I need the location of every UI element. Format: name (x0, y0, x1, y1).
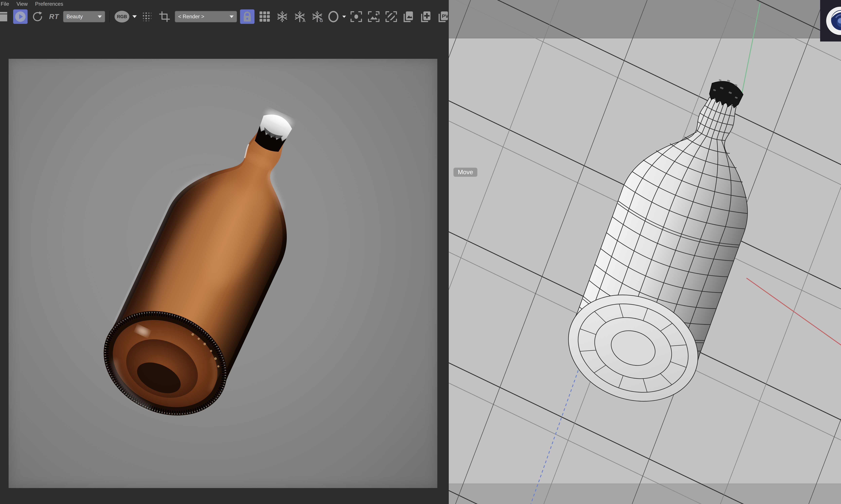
beer-bottle-render (8, 59, 437, 488)
plugin-logo-panel (820, 0, 841, 41)
compare-snapshot-button[interactable] (327, 10, 339, 24)
render-region-button[interactable] (366, 10, 381, 24)
render-target-value: < Render > (178, 14, 204, 20)
render-toolbar: RT Beauty RGB (0, 8, 449, 25)
refresh-render-button[interactable] (31, 10, 45, 24)
play-icon (15, 11, 26, 22)
image-stack-icon (403, 11, 415, 22)
snowflake-a-icon: A (294, 11, 306, 22)
grid-3x3-icon (259, 11, 270, 22)
ab-compare-button[interactable] (384, 10, 398, 24)
realtime-toggle[interactable]: RT (49, 13, 59, 21)
crop-region-button[interactable] (157, 10, 172, 24)
render-pass-dropdown[interactable]: Beauty (63, 11, 105, 22)
crop-icon (159, 11, 170, 22)
focus-region-button[interactable] (349, 10, 363, 24)
viewport-band-bottom (449, 484, 841, 504)
snapshot-button[interactable] (275, 10, 290, 24)
move-tooltip: Move (453, 168, 477, 177)
compare-dropdown-arrow[interactable] (342, 16, 346, 18)
render-history-button[interactable] (0, 10, 10, 24)
channel-rgb-button[interactable]: RGB (115, 11, 130, 23)
channel-dropdown-arrow[interactable] (132, 15, 137, 18)
lock-view-button[interactable] (240, 10, 255, 24)
save-image-button[interactable] (401, 10, 416, 24)
render-pass-value: Beauty (66, 14, 83, 20)
focus-brackets-icon (350, 11, 362, 22)
menu-bar: File View Preferences (0, 0, 449, 8)
toolbar-separator (109, 11, 110, 22)
snowflake-g-icon: G (311, 11, 323, 22)
snapshot-a-label: A (303, 18, 306, 22)
viewport-3d[interactable]: Move (449, 0, 841, 504)
stripes-region-icon (385, 11, 397, 22)
start-render-button[interactable] (13, 10, 28, 24)
rgb-icon: RGB (115, 11, 130, 22)
render-target-dropdown[interactable]: < Render > (175, 11, 237, 22)
add-stack-icon (420, 11, 432, 22)
menu-file[interactable]: File (1, 0, 9, 8)
lock-icon (242, 11, 253, 22)
viewport-canvas (449, 0, 841, 504)
region-image-icon (368, 11, 380, 22)
multi-view-grid-button[interactable] (258, 10, 272, 24)
circle-compare-icon (328, 11, 339, 22)
pv-stack-icon: PV (438, 11, 450, 22)
snapshot-a-button[interactable]: A (292, 10, 307, 24)
dither-preview-button[interactable] (140, 10, 154, 24)
app-window: File View Preferences (0, 0, 841, 504)
cinema4d-logo (826, 6, 841, 35)
chevron-down-icon (229, 16, 234, 18)
snapshot-g-label: G (320, 18, 323, 22)
film-clapper-icon (0, 11, 10, 22)
snowflake-icon (276, 11, 288, 22)
menu-view[interactable]: View (16, 0, 28, 8)
chevron-down-icon (98, 16, 102, 18)
dither-grid-icon (141, 11, 153, 22)
snapshot-g-button[interactable]: G (310, 10, 324, 24)
rgb-label: RGB (117, 14, 127, 19)
add-image-button[interactable] (419, 10, 433, 24)
menu-preferences[interactable]: Preferences (35, 0, 63, 8)
render-view-panel: File View Preferences (0, 0, 449, 504)
refresh-icon (32, 11, 44, 22)
rendered-image-view[interactable] (8, 59, 437, 488)
move-tooltip-label: Move (458, 169, 473, 176)
pv-label: PV (442, 13, 449, 19)
